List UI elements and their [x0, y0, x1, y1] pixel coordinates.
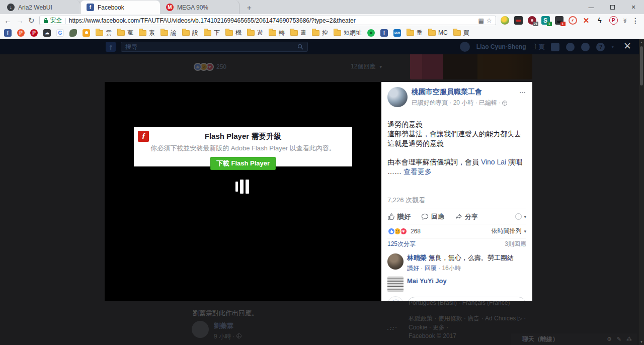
comment-time[interactable]: 16小時 [442, 265, 460, 272]
bookmark-folder[interactable]: 下 [204, 29, 220, 37]
scrollbar-thumb[interactable] [640, 46, 643, 85]
bookmark-facebook-2[interactable]: f [380, 29, 388, 37]
chat-compose-icon[interactable]: ✎ [617, 336, 621, 342]
comment-count[interactable]: 3則回應 [505, 240, 526, 248]
bookmark-pinterest[interactable]: P [30, 29, 38, 37]
bookmark-plurk[interactable]: P [17, 29, 25, 37]
chat-settings-icon[interactable]: ⚙ [607, 336, 612, 342]
bookmark-folder[interactable]: 控 [312, 29, 328, 37]
facebook-search-input[interactable]: 搜尋 [121, 42, 308, 52]
bookmark-google[interactable]: G [56, 29, 64, 37]
profile-name-link[interactable]: Liao Cyun-Sheng [476, 43, 526, 50]
share-button[interactable]: 分享 [455, 212, 478, 221]
bookmark-folder[interactable]: 素 [139, 29, 155, 37]
like-button[interactable]: 讚好 [387, 212, 411, 221]
extension-face-icon[interactable]: 1 [555, 16, 564, 25]
background-comments-link[interactable]: 12個回應 [351, 62, 375, 71]
avatar[interactable] [387, 253, 404, 270]
bookmark-folder[interactable]: MC [428, 29, 448, 36]
bookmark-dsm[interactable]: DSM [393, 29, 401, 37]
comment-like-link[interactable]: 讚好 [407, 265, 419, 272]
extension-glasses-icon[interactable] [514, 16, 523, 25]
video-player[interactable]: f Flash Player 需要升級 你必須下載並安裝最新版的 Adobe F… [105, 82, 381, 301]
bookmark-folder[interactable]: 機 [225, 29, 242, 37]
extension-overflow-icon[interactable]: ≫ [622, 18, 627, 22]
extension-zigzag-icon[interactable]: ϟ [596, 16, 604, 25]
footer-links-2[interactable]: Cookie · 更多 · [409, 323, 534, 332]
like-reaction-icon[interactable] [387, 227, 395, 235]
bookmark-folder[interactable]: 諭 [160, 29, 177, 37]
background-post-author[interactable]: 劉蓁霖 [214, 322, 233, 329]
account-menu-caret-icon[interactable]: ▾ [611, 44, 614, 49]
background-reaction-count[interactable]: 250 [216, 63, 226, 70]
tab-aria2[interactable]: ↓ Aria2 WebUI [1, 1, 80, 14]
maximize-button[interactable] [602, 0, 623, 14]
friend-requests-icon[interactable] [551, 43, 559, 51]
bookmark-dragon[interactable] [69, 29, 77, 37]
comment-button[interactable]: 回應 [421, 212, 444, 221]
bookmark-facebook[interactable]: f [4, 29, 12, 37]
theater-close-button[interactable]: ✕ [623, 41, 631, 51]
bookmark-folder[interactable]: 轉 [269, 29, 285, 37]
bookmark-folder[interactable]: 遊 [247, 29, 263, 37]
comment-sort-selector[interactable]: 依時間排列 ▾ [491, 227, 526, 235]
commenter-name-link[interactable]: 林晴榮 [407, 254, 427, 262]
post-options-icon[interactable]: … [519, 87, 526, 95]
avatar[interactable] [192, 321, 209, 338]
download-flash-button[interactable]: 下載 Flash Player [210, 157, 276, 170]
bookmark-folder[interactable]: 番 [407, 29, 423, 37]
page-name-link[interactable]: 桃園市空服員職業工會 [412, 88, 507, 97]
url-text[interactable]: https://www.facebook.com/TFAUTFAU/videos… [69, 17, 476, 24]
bookmark-lightbulb[interactable] [83, 29, 90, 37]
home-link[interactable]: 主頁 [532, 43, 544, 51]
messenger-icon[interactable] [566, 43, 575, 51]
forward-button[interactable]: → [16, 17, 24, 24]
address-bar[interactable]: 安全 | https://www.facebook.com/TFAUTFAU/v… [39, 16, 496, 25]
reaction-count[interactable]: 268 [411, 228, 421, 235]
avatar[interactable] [460, 42, 470, 52]
see-more-link[interactable]: 查看更多 [404, 167, 432, 176]
footer-more-languages-icon[interactable]: … [386, 323, 395, 332]
commenter-name-link[interactable]: Mai YuYi Joy [407, 277, 447, 285]
footer-links[interactable]: 私隱政策 · 使用條款 · 廣告 · Ad Choices ▷ · [409, 314, 534, 323]
notifications-icon[interactable] [581, 43, 590, 51]
extension-colorful-icon[interactable] [501, 16, 509, 25]
extension-x-icon[interactable]: ✕ [582, 16, 591, 25]
bookmark-green-app[interactable] [367, 29, 375, 37]
bookmark-folder[interactable]: 買 [453, 29, 469, 37]
security-indicator[interactable]: 安全 [43, 16, 62, 25]
facebook-logo-icon[interactable]: f [106, 42, 116, 52]
page-avatar[interactable] [387, 87, 408, 107]
comment-input[interactable]: 發表回應…… GIF [407, 297, 526, 301]
extension-pinterest-icon[interactable]: P [609, 16, 618, 25]
extension-maroon-icon[interactable]: 21 [528, 16, 536, 25]
bookmark-folder[interactable]: 雲 [96, 29, 112, 37]
tab-facebook[interactable]: f Facebook [80, 1, 160, 14]
tab-mega[interactable]: M MEGA 90% [160, 1, 239, 14]
minimize-button[interactable]: — [581, 0, 602, 14]
avatar[interactable] [387, 276, 404, 292]
close-window-button[interactable]: ✕ [623, 0, 644, 14]
bookmark-star-icon[interactable]: ☆ [487, 17, 492, 24]
scroll-down-icon[interactable]: ▼ [639, 340, 644, 343]
chat-bar[interactable]: 聊天（離線） ⚙ ✎ ⁂ [511, 333, 637, 345]
person-tag-link[interactable]: Vino Lai [481, 158, 506, 166]
scroll-up-icon[interactable]: ▲ [639, 41, 644, 44]
comment-reply-link[interactable]: 回覆 [425, 265, 437, 272]
bookmark-folder[interactable]: 短網址 [334, 29, 362, 37]
chevron-down-icon[interactable]: ▾ [379, 64, 382, 69]
bookmark-folder[interactable]: 書 [290, 29, 306, 37]
chat-people-icon[interactable]: ⁂ [626, 336, 632, 342]
share-count-link[interactable]: 125次分享 [387, 240, 416, 248]
reload-button[interactable]: ↻ [28, 17, 35, 24]
audience-selector[interactable]: ▾ [515, 213, 526, 220]
bookmark-folder[interactable]: 蒐 [117, 29, 133, 37]
help-icon[interactable]: ? [596, 43, 605, 51]
new-tab-button[interactable]: ＋ [243, 3, 256, 13]
page-scrollbar[interactable]: ▲ ▼ [639, 39, 644, 345]
bookmark-folder[interactable]: 設 [182, 29, 198, 37]
qr-code-icon[interactable]: ▦ [478, 17, 484, 24]
back-button[interactable]: ← [4, 17, 12, 24]
chrome-menu-icon[interactable]: ⋮ [632, 17, 639, 25]
extension-clock-icon[interactable] [569, 16, 577, 25]
